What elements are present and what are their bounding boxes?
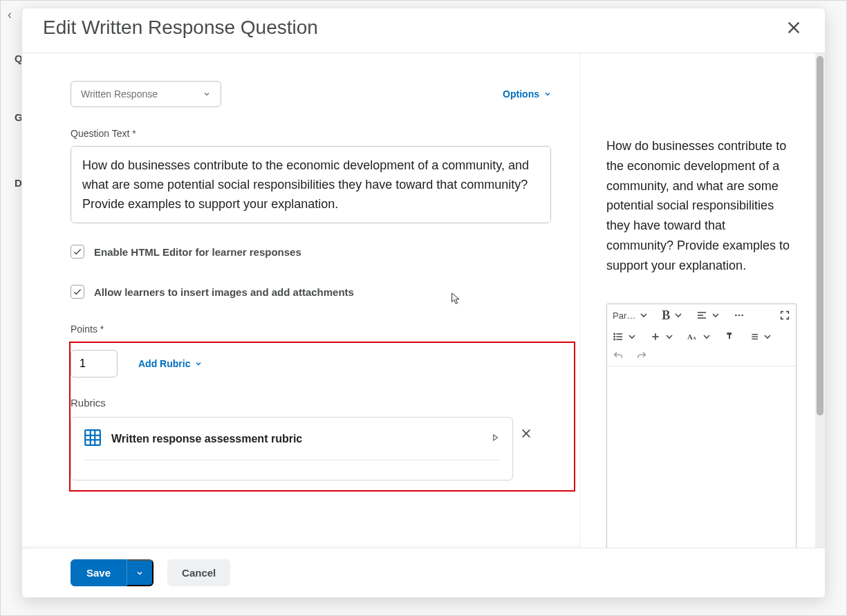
svg-text:A: A bbox=[693, 335, 696, 340]
add-rubric-dropdown[interactable]: Add Rubric bbox=[138, 358, 203, 369]
question-text-label: Question Text * bbox=[71, 128, 552, 139]
save-dropdown-toggle[interactable] bbox=[127, 559, 153, 586]
ellipsis-icon bbox=[734, 310, 745, 321]
points-section: Points * Add Rubric Rubrics bbox=[71, 324, 552, 492]
enable-html-row: Enable HTML Editor for learner responses bbox=[71, 245, 552, 259]
close-button[interactable] bbox=[783, 17, 804, 38]
modal-title: Edit Written Response Question bbox=[43, 17, 318, 39]
editor-pane: Written Response Options Question Text * bbox=[22, 53, 579, 548]
checkmark-icon bbox=[73, 247, 82, 256]
scrollbar-thumb[interactable] bbox=[817, 56, 823, 416]
allow-attachments-checkbox[interactable] bbox=[71, 285, 84, 299]
svg-point-13 bbox=[735, 315, 737, 317]
modal-body: Written Response Options Question Text * bbox=[22, 53, 825, 548]
svg-text:A: A bbox=[687, 333, 693, 341]
plus-icon bbox=[650, 331, 661, 342]
svg-point-19 bbox=[614, 333, 615, 334]
chevron-down-icon bbox=[203, 90, 211, 98]
toolbar-redo[interactable] bbox=[636, 351, 647, 362]
save-button-group: Save bbox=[71, 559, 153, 586]
modal-header: Edit Written Response Question bbox=[22, 8, 825, 53]
rubrics-heading: Rubrics bbox=[71, 397, 560, 409]
format-paint-icon bbox=[725, 331, 736, 342]
svg-point-21 bbox=[614, 339, 615, 339]
svg-point-15 bbox=[742, 315, 744, 317]
svg-point-14 bbox=[738, 315, 741, 317]
toolbar-fontsize[interactable]: AA bbox=[687, 331, 712, 342]
question-type-select[interactable]: Written Response bbox=[71, 81, 221, 107]
triangle-right-icon bbox=[490, 433, 500, 442]
toolbar-list[interactable] bbox=[613, 331, 637, 342]
align-left-icon bbox=[696, 310, 707, 321]
chevron-down-icon bbox=[136, 569, 144, 577]
close-icon bbox=[786, 20, 801, 35]
question-text-input[interactable] bbox=[71, 146, 551, 223]
bold-icon: B bbox=[662, 308, 670, 323]
toolbar-align[interactable] bbox=[696, 310, 721, 321]
undo-icon bbox=[613, 351, 624, 362]
chevron-down-icon bbox=[664, 331, 675, 342]
line-height-icon bbox=[748, 331, 759, 342]
options-dropdown[interactable]: Options bbox=[503, 88, 552, 100]
svg-rect-2 bbox=[85, 430, 100, 445]
type-and-options-row: Written Response Options bbox=[71, 81, 552, 107]
preview-toolbar: Par… B bbox=[607, 304, 796, 366]
close-icon bbox=[521, 428, 532, 439]
cancel-button[interactable]: Cancel bbox=[167, 559, 230, 586]
points-label: Points * bbox=[71, 324, 552, 335]
chevron-down-icon bbox=[543, 90, 552, 98]
points-input[interactable] bbox=[71, 350, 118, 377]
enable-html-checkbox[interactable] bbox=[71, 245, 84, 259]
enable-html-label: Enable HTML Editor for learner responses bbox=[94, 246, 301, 258]
preview-question-text: How do businesses contribute to the econ… bbox=[580, 53, 808, 290]
chevron-down-icon bbox=[701, 331, 712, 342]
chevron-down-icon bbox=[194, 360, 203, 368]
toolbar-fullscreen[interactable] bbox=[779, 310, 790, 321]
toolbar-more[interactable] bbox=[734, 310, 745, 321]
edit-question-modal: Edit Written Response Question Written R… bbox=[21, 8, 826, 598]
toolbar-paragraph-select[interactable]: Par… bbox=[613, 310, 649, 321]
rubric-remove-button[interactable] bbox=[516, 427, 536, 442]
allow-attachments-row: Allow learners to insert images and add … bbox=[71, 285, 552, 299]
preview-pane: How do businesses contribute to the econ… bbox=[579, 53, 825, 548]
question-type-value: Written Response bbox=[81, 88, 158, 100]
page-root: ‹ Q G D Edit Written Response Question W… bbox=[0, 0, 847, 616]
toolbar-paragraph-label: Par… bbox=[613, 310, 635, 321]
checkmark-icon bbox=[73, 287, 82, 297]
rubric-title: Written response assessment rubric bbox=[111, 433, 302, 445]
chevron-down-icon bbox=[762, 331, 773, 342]
svg-point-20 bbox=[614, 336, 615, 337]
fullscreen-icon bbox=[779, 310, 790, 321]
points-rubric-highlight: Add Rubric Rubrics bbox=[69, 342, 575, 492]
rubric-expand-toggle[interactable] bbox=[490, 433, 500, 445]
preview-scrollbar[interactable] bbox=[815, 53, 825, 548]
toolbar-bold[interactable]: B bbox=[662, 308, 684, 323]
rubric-card[interactable]: Written response assessment rubric bbox=[71, 417, 513, 480]
toolbar-insert[interactable] bbox=[650, 331, 675, 342]
save-button[interactable]: Save bbox=[71, 559, 127, 586]
svg-marker-7 bbox=[494, 435, 498, 440]
options-label: Options bbox=[503, 88, 539, 100]
chevron-down-icon bbox=[626, 331, 637, 342]
toolbar-line-height[interactable] bbox=[748, 331, 773, 342]
redo-icon bbox=[636, 351, 647, 362]
allow-attachments-label: Allow learners to insert images and add … bbox=[94, 286, 354, 298]
chevron-down-icon bbox=[673, 310, 684, 321]
toolbar-format-paint[interactable] bbox=[725, 331, 736, 342]
list-icon bbox=[613, 331, 624, 342]
toolbar-undo[interactable] bbox=[613, 351, 624, 362]
font-size-icon: AA bbox=[687, 331, 698, 342]
points-row: Add Rubric bbox=[71, 350, 560, 377]
add-rubric-label: Add Rubric bbox=[138, 358, 190, 369]
modal-footer: Save Cancel bbox=[22, 548, 825, 597]
chevron-down-icon bbox=[710, 310, 721, 321]
modal-backdrop: Edit Written Response Question Written R… bbox=[1, 1, 846, 615]
rubric-grid-icon bbox=[84, 429, 102, 449]
chevron-down-icon bbox=[638, 310, 649, 321]
preview-answer-editor[interactable]: Par… B bbox=[606, 304, 797, 548]
